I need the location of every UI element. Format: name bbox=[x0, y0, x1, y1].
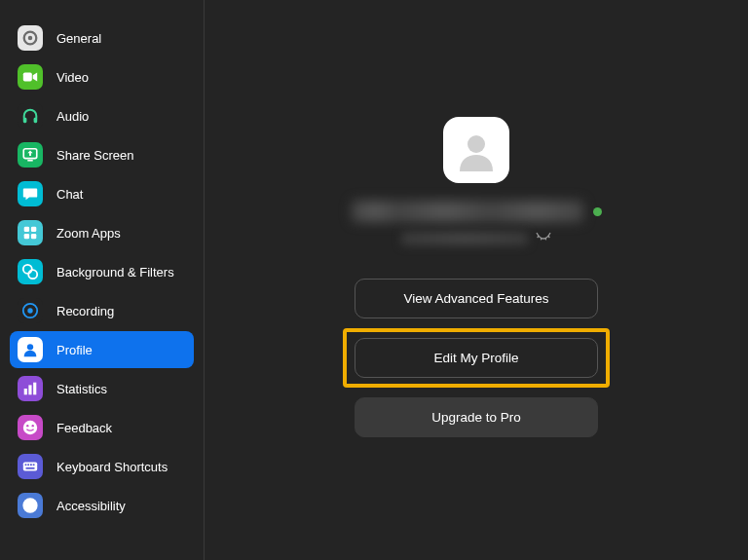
profile-email-redacted bbox=[401, 232, 528, 245]
edit-profile-highlight: Edit My Profile bbox=[343, 328, 610, 388]
recording-icon bbox=[18, 298, 43, 323]
svg-rect-6 bbox=[27, 160, 32, 162]
profile-content: View Advanced Features Edit My Profile U… bbox=[205, 0, 748, 560]
svg-line-34 bbox=[548, 236, 549, 238]
sidebar-item-label: Video bbox=[56, 70, 89, 85]
sidebar-item-label: Recording bbox=[56, 304, 114, 318]
sidebar-item-label: Accessibility bbox=[56, 499, 126, 513]
feedback-icon bbox=[18, 415, 43, 440]
sidebar-item-label: Audio bbox=[56, 109, 89, 124]
svg-point-1 bbox=[28, 36, 33, 41]
sidebar-item-profile[interactable]: Profile bbox=[10, 331, 194, 368]
profile-icon bbox=[18, 337, 43, 362]
sidebar-item-video[interactable]: Video bbox=[10, 58, 194, 95]
svg-point-29 bbox=[28, 500, 31, 503]
profile-placeholder-icon bbox=[455, 129, 498, 171]
sidebar-item-keyboard-shortcuts[interactable]: Keyboard Shortcuts bbox=[10, 448, 194, 485]
profile-name-redacted bbox=[352, 201, 583, 222]
sidebar-item-label: Statistics bbox=[56, 382, 107, 396]
svg-point-15 bbox=[27, 344, 33, 350]
svg-rect-16 bbox=[24, 389, 27, 394]
profile-action-buttons: View Advanced Features Edit My Profile U… bbox=[343, 279, 610, 437]
sidebar-item-statistics[interactable]: Statistics bbox=[10, 370, 194, 407]
sidebar-item-share-screen[interactable]: Share Screen bbox=[10, 136, 194, 173]
sidebar-item-label: Feedback bbox=[56, 421, 112, 435]
sidebar-item-label: Background & Filters bbox=[56, 265, 174, 280]
svg-point-14 bbox=[27, 308, 32, 313]
sidebar-item-audio[interactable]: Audio bbox=[10, 97, 194, 134]
sidebar-item-recording[interactable]: Recording bbox=[10, 292, 194, 329]
sidebar-item-label: General bbox=[56, 31, 101, 46]
svg-rect-4 bbox=[34, 118, 38, 123]
svg-point-21 bbox=[32, 425, 34, 427]
svg-rect-27 bbox=[26, 467, 35, 469]
profile-name-row bbox=[352, 201, 602, 222]
upgrade-to-pro-button[interactable]: Upgrade to Pro bbox=[355, 397, 598, 437]
svg-rect-25 bbox=[30, 464, 32, 466]
video-icon bbox=[18, 64, 43, 90]
svg-rect-22 bbox=[23, 463, 37, 471]
sidebar-item-label: Share Screen bbox=[56, 148, 134, 163]
sidebar-item-zoom-apps[interactable]: Zoom Apps bbox=[10, 214, 194, 251]
filters-icon bbox=[18, 259, 43, 284]
sidebar-item-background-filters[interactable]: Background & Filters bbox=[10, 253, 194, 290]
svg-rect-3 bbox=[23, 118, 27, 123]
headphones-icon bbox=[18, 103, 43, 129]
svg-rect-9 bbox=[24, 234, 29, 239]
svg-rect-24 bbox=[27, 464, 29, 466]
reveal-eye-icon[interactable] bbox=[536, 230, 551, 247]
svg-point-12 bbox=[28, 270, 37, 279]
view-advanced-features-button[interactable]: View Advanced Features bbox=[355, 279, 598, 318]
keyboard-icon bbox=[18, 454, 43, 479]
svg-point-30 bbox=[468, 135, 485, 153]
svg-rect-18 bbox=[33, 383, 36, 395]
svg-rect-2 bbox=[23, 73, 32, 82]
sidebar-item-general[interactable]: General bbox=[10, 19, 194, 56]
svg-rect-10 bbox=[31, 234, 36, 239]
svg-line-33 bbox=[545, 238, 546, 240]
status-indicator-online bbox=[593, 207, 602, 216]
svg-point-20 bbox=[26, 425, 28, 427]
sidebar-item-label: Keyboard Shortcuts bbox=[56, 460, 168, 474]
svg-rect-17 bbox=[28, 385, 31, 394]
sidebar-item-chat[interactable]: Chat bbox=[10, 175, 194, 212]
share-screen-icon bbox=[18, 142, 43, 168]
settings-sidebar: GeneralVideoAudioShare ScreenChatZoom Ap… bbox=[0, 0, 205, 560]
svg-line-32 bbox=[541, 238, 542, 240]
profile-email-row bbox=[401, 230, 551, 247]
sidebar-item-accessibility[interactable]: Accessibility bbox=[10, 487, 194, 524]
svg-point-19 bbox=[23, 421, 37, 434]
chat-icon bbox=[18, 181, 43, 206]
sidebar-item-feedback[interactable]: Feedback bbox=[10, 409, 194, 446]
svg-point-11 bbox=[23, 265, 32, 274]
avatar[interactable] bbox=[443, 117, 509, 183]
sidebar-item-label: Zoom Apps bbox=[56, 226, 121, 241]
sidebar-item-label: Profile bbox=[56, 343, 93, 357]
svg-rect-7 bbox=[24, 227, 29, 232]
apps-icon bbox=[18, 220, 43, 245]
svg-rect-8 bbox=[31, 227, 36, 232]
accessibility-icon bbox=[18, 493, 43, 518]
svg-rect-23 bbox=[25, 464, 27, 466]
statistics-icon bbox=[18, 376, 43, 401]
svg-rect-26 bbox=[33, 464, 35, 466]
gear-icon bbox=[18, 25, 43, 51]
sidebar-item-label: Chat bbox=[56, 187, 83, 202]
edit-my-profile-button[interactable]: Edit My Profile bbox=[355, 338, 598, 378]
svg-line-31 bbox=[538, 236, 539, 238]
